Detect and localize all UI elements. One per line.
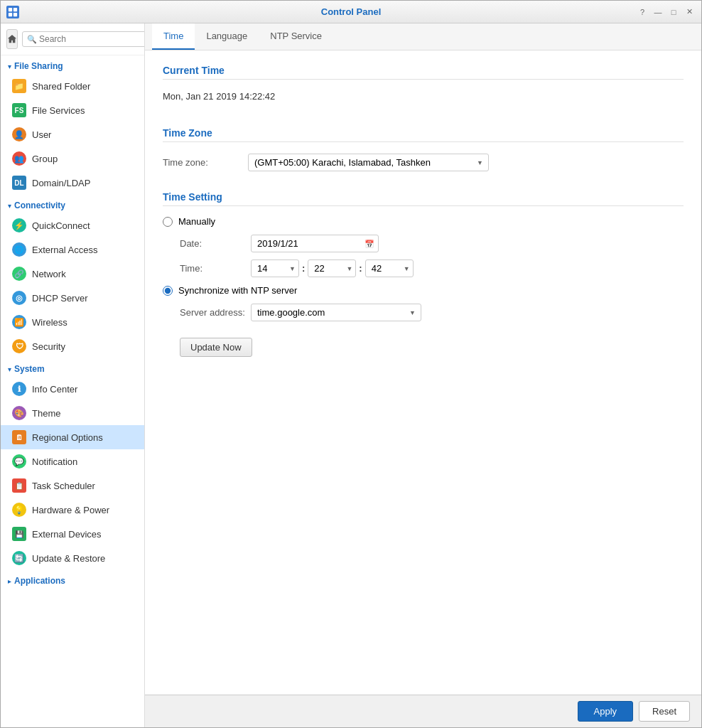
time-setting-title: Time Setting [163,191,684,206]
sidebar-item-label: Notification [32,456,77,467]
hour-select[interactable]: 14 [251,259,299,277]
sidebar-item-label: File Services [32,105,85,116]
close-button[interactable]: ✕ [683,6,696,18]
svg-rect-2 [9,12,12,16]
tab-ntp-service[interactable]: NTP Service [259,23,333,50]
section-header-file-sharing[interactable]: ▾ File Sharing [1,55,144,74]
section-header-connectivity[interactable]: ▾ Connectivity [1,195,144,213]
section-label-file-sharing: File Sharing [14,61,63,71]
external-access-icon: 🌐 [12,242,26,257]
manually-label[interactable]: Manually [178,216,215,227]
sidebar-item-label: User [32,129,51,140]
reset-button[interactable]: Reset [639,701,690,722]
sidebar-item-external-devices[interactable]: 💾 External Devices [1,522,144,546]
app-icon [6,6,19,18]
manually-radio-row: Manually [163,212,684,231]
theme-icon: 🎨 [12,406,26,420]
content-area: Time Language NTP Service Current Time M… [145,23,701,727]
sidebar-item-label: Shared Folder [32,81,90,92]
external-devices-icon: 💾 [12,527,26,541]
home-button[interactable] [6,29,18,49]
server-select[interactable]: time.google.com pool.ntp.org time.window… [251,304,421,321]
sidebar-item-update-restore[interactable]: 🔄 Update & Restore [1,546,144,570]
tabs-bar: Time Language NTP Service [145,23,701,50]
ntp-label[interactable]: Synchronize with NTP server [178,285,297,296]
section-arrow-file-sharing: ▾ [8,63,11,70]
section-arrow-applications: ▸ [8,577,11,585]
restore-button[interactable]: □ [667,6,680,18]
manually-radio[interactable] [163,217,173,227]
svg-rect-1 [14,7,17,11]
section-header-system[interactable]: ▾ System [1,358,144,377]
second-wrap: 42 [365,259,414,277]
colon-1: : [302,263,305,274]
dhcp-icon: ◎ [12,291,26,305]
sidebar-item-regional-options[interactable]: 🗓 Regional Options [1,425,144,449]
sidebar-item-label: Regional Options [32,432,103,443]
group-icon: 👥 [12,151,26,166]
minimize-button[interactable]: — [652,6,664,18]
main-content: 🔍 ▾ File Sharing 📁 Shared Folder FS File… [1,23,701,727]
date-label: Date: [180,238,251,249]
current-time-title: Current Time [163,65,684,80]
section-header-applications[interactable]: ▸ Applications [1,570,144,589]
sidebar-item-notification[interactable]: 💬 Notification [1,449,144,473]
network-icon: 🔗 [12,267,26,281]
second-select[interactable]: 42 [365,259,414,277]
task-icon: 📋 [12,478,26,493]
panel: Current Time Mon, Jan 21 2019 14:22:42 T… [145,50,701,695]
apply-button[interactable]: Apply [578,701,634,722]
titlebar-buttons: ? — □ ✕ [636,6,696,18]
section-arrow-system: ▾ [8,365,11,373]
footer: Apply Reset [145,695,701,727]
time-zone-select[interactable]: (GMT+05:00) Karachi, Islamabad, Tashken … [248,154,489,171]
tab-time[interactable]: Time [152,23,195,50]
date-row: Date: [180,231,684,256]
ntp-sub-fields: Server address: time.google.com pool.ntp… [180,300,684,357]
sidebar-item-theme[interactable]: 🎨 Theme [1,401,144,425]
section-label-applications: Applications [14,576,65,586]
window-title: Control Panel [321,6,382,17]
server-label: Server address: [180,307,251,318]
tab-language[interactable]: Language [195,23,259,50]
sidebar-item-label: Network [32,269,66,279]
sidebar-item-domain-ldap[interactable]: DL Domain/LDAP [1,171,144,195]
sidebar-item-label: Task Scheduler [32,481,95,491]
sidebar-item-label: Security [32,341,65,352]
sidebar-item-security[interactable]: 🛡 Security [1,334,144,358]
section-label-system: System [14,364,45,374]
sidebar-item-external-access[interactable]: 🌐 External Access [1,237,144,262]
date-input-wrap [251,235,379,252]
sidebar-item-group[interactable]: 👥 Group [1,146,144,171]
section-label-connectivity: Connectivity [14,200,65,210]
shared-folder-icon: 📁 [12,79,26,93]
sidebar-item-dhcp-server[interactable]: ◎ DHCP Server [1,286,144,310]
date-input[interactable] [251,235,379,252]
minute-select[interactable]: 22 [308,259,356,277]
colon-2: : [359,263,362,274]
sidebar-item-hardware-power[interactable]: 💡 Hardware & Power [1,498,144,522]
server-row: Server address: time.google.com pool.ntp… [180,300,684,325]
sidebar-item-label: Theme [32,408,60,419]
sidebar-item-label: Hardware & Power [32,505,109,515]
search-box: 🔍 [22,31,145,47]
time-row: Time: 14 : 22 [180,256,684,281]
sidebar-item-user[interactable]: 👤 User [1,122,144,146]
server-select-wrap: time.google.com pool.ntp.org time.window… [251,304,421,321]
sidebar-item-label: Group [32,154,58,164]
help-button[interactable]: ? [636,6,649,18]
ntp-radio[interactable] [163,286,173,296]
sidebar-item-quickconnect[interactable]: ⚡ QuickConnect [1,213,144,237]
sidebar-item-wireless[interactable]: 📶 Wireless [1,310,144,334]
update-now-button[interactable]: Update Now [180,338,252,357]
search-input[interactable] [39,34,145,44]
sidebar-item-label: Info Center [32,384,77,395]
sidebar-item-shared-folder[interactable]: 📁 Shared Folder [1,74,144,98]
sidebar-item-file-services[interactable]: FS File Services [1,98,144,122]
sidebar-item-network[interactable]: 🔗 Network [1,262,144,286]
sidebar-item-task-scheduler[interactable]: 📋 Task Scheduler [1,473,144,498]
time-zone-row: Time zone: (GMT+05:00) Karachi, Islamaba… [163,148,684,177]
minute-wrap: 22 [308,259,356,277]
domain-icon: DL [12,176,26,190]
sidebar-item-info-center[interactable]: ℹ Info Center [1,377,144,401]
